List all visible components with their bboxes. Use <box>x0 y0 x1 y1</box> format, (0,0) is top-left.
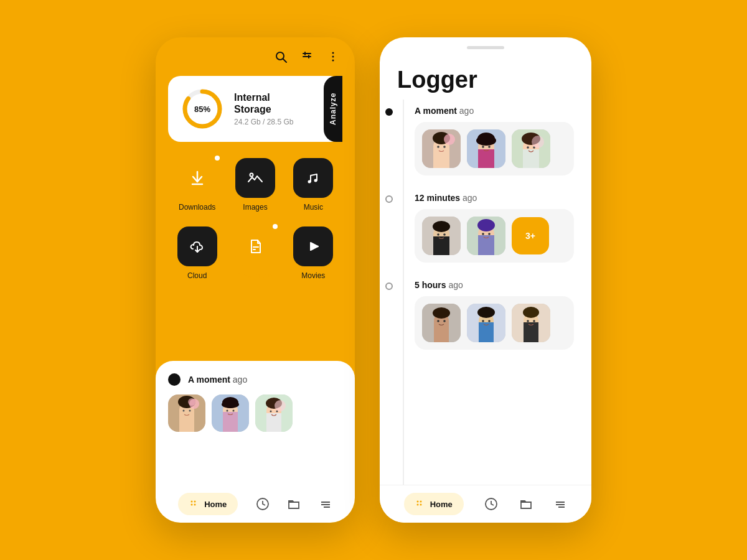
svg-point-75 <box>433 221 450 232</box>
svg-line-1 <box>283 59 286 62</box>
svg-point-81 <box>477 219 495 231</box>
avatar-2 <box>212 394 249 432</box>
analyze-button[interactable]: Analyze <box>324 76 342 142</box>
cloud-icon-btn[interactable] <box>177 226 217 266</box>
svg-point-77 <box>443 233 446 236</box>
grid-item-music[interactable]: Music <box>293 158 333 212</box>
svg-point-101 <box>533 320 535 322</box>
timeline-avatars-3 <box>415 296 574 350</box>
svg-rect-53 <box>433 148 449 168</box>
timeline-time-1: A moment ago <box>415 106 574 116</box>
timeline-content-3: 5 hours ago <box>415 280 574 350</box>
grid-item-images[interactable]: Images <box>235 158 275 212</box>
svg-point-34 <box>227 410 228 412</box>
dot-indicator-docs <box>273 224 278 229</box>
timeline-bullet-2 <box>385 195 393 203</box>
right-phone: Logger A moment ago <box>380 37 591 523</box>
music-label: Music <box>304 203 323 212</box>
svg-point-0 <box>276 52 284 60</box>
folder-icon-right[interactable] <box>519 497 533 511</box>
svg-point-16 <box>308 180 311 184</box>
storage-title: Internal Storage <box>234 91 293 115</box>
cloud-label: Cloud <box>187 271 207 280</box>
svg-point-93 <box>477 307 495 318</box>
svg-point-94 <box>482 320 484 322</box>
home-button-left[interactable]: Home <box>178 493 238 515</box>
home-button-right[interactable]: Home <box>404 493 464 515</box>
t-avatar-2-2 <box>467 217 505 255</box>
t-avatar-2-1 <box>422 217 461 255</box>
svg-point-25 <box>183 410 185 412</box>
svg-point-99 <box>523 307 539 318</box>
clock-icon-right[interactable] <box>484 497 498 511</box>
filter-icon[interactable] <box>300 50 314 63</box>
timeline-avatars-1 <box>415 122 574 175</box>
logger-title: Logger <box>397 67 574 93</box>
grid-item-cloud[interactable]: Cloud <box>177 226 217 280</box>
t-avatar-3-1 <box>422 304 461 342</box>
left-phone: 85% Internal Storage 24.2 Gb / 28.5 Gb A… <box>156 37 355 523</box>
clock-icon-left[interactable] <box>256 497 270 511</box>
storage-donut: 85% <box>181 87 224 131</box>
images-icon-btn[interactable] <box>235 158 275 198</box>
svg-point-17 <box>314 179 317 182</box>
svg-point-64 <box>488 146 491 148</box>
documents-icon-btn[interactable] <box>235 226 275 266</box>
svg-point-83 <box>488 233 491 235</box>
menu-icon-left[interactable] <box>319 497 332 511</box>
folder-icon-left[interactable] <box>287 497 301 511</box>
timeline-bullet-3 <box>385 282 393 290</box>
grid-item-downloads[interactable]: Downloads <box>177 158 217 212</box>
svg-point-103 <box>420 501 421 503</box>
avatar-3 <box>255 394 293 432</box>
music-icon-btn[interactable] <box>293 158 333 198</box>
t-avatar-3-3 <box>512 304 550 342</box>
bottom-panel-left: A moment ago <box>156 361 355 485</box>
t-avatar-3-2 <box>467 304 505 342</box>
timeline-avatars-2: 3+ <box>415 209 574 263</box>
grid-item-movies[interactable]: Movies <box>293 226 333 280</box>
timeline-entry-1: A moment ago <box>397 106 574 175</box>
storage-card: 85% Internal Storage 24.2 Gb / 28.5 Gb A… <box>168 76 342 142</box>
moment-row: A moment ago <box>168 373 342 386</box>
bottom-nav-left: Home <box>156 485 355 523</box>
home-label-left: Home <box>204 500 227 509</box>
svg-point-15 <box>250 174 253 177</box>
svg-point-69 <box>527 146 529 149</box>
menu-icon-right[interactable] <box>553 497 567 511</box>
app-grid: Downloads Images <box>156 148 355 361</box>
avatar-1 <box>168 394 205 432</box>
svg-point-28 <box>188 398 195 406</box>
svg-point-62 <box>476 136 496 146</box>
svg-point-10 <box>332 60 334 62</box>
grid-row-1: Downloads Images <box>168 158 342 212</box>
grid-item-documents[interactable]: Documents <box>235 226 275 280</box>
svg-rect-23 <box>179 409 194 432</box>
svg-point-35 <box>233 410 235 412</box>
svg-point-95 <box>488 320 491 322</box>
t-avatar-1-3 <box>512 129 550 168</box>
movies-icon-btn[interactable] <box>293 226 333 266</box>
svg-point-100 <box>527 320 529 322</box>
search-icon[interactable] <box>274 50 288 63</box>
svg-point-9 <box>332 56 334 58</box>
timeline: A moment ago <box>380 100 591 485</box>
downloads-icon-btn[interactable] <box>177 158 217 198</box>
movies-label: Movies <box>301 271 325 280</box>
more-icon[interactable] <box>326 50 340 63</box>
svg-point-26 <box>189 410 191 412</box>
svg-point-89 <box>443 320 446 322</box>
logger-header: Logger <box>380 49 591 100</box>
avatar-plus: 3+ <box>512 217 549 254</box>
svg-point-33 <box>222 401 239 408</box>
timeline-bullet-1 <box>385 108 393 116</box>
bottom-nav-right: Home <box>380 485 591 523</box>
home-label-right: Home <box>430 500 453 509</box>
t-avatar-1-2 <box>467 129 505 168</box>
svg-point-44 <box>194 501 196 503</box>
svg-point-87 <box>433 307 450 319</box>
svg-point-42 <box>275 400 286 411</box>
moment-text: A moment ago <box>188 375 247 385</box>
moment-dot <box>168 373 181 386</box>
timeline-time-2: 12 minutes ago <box>415 193 574 203</box>
